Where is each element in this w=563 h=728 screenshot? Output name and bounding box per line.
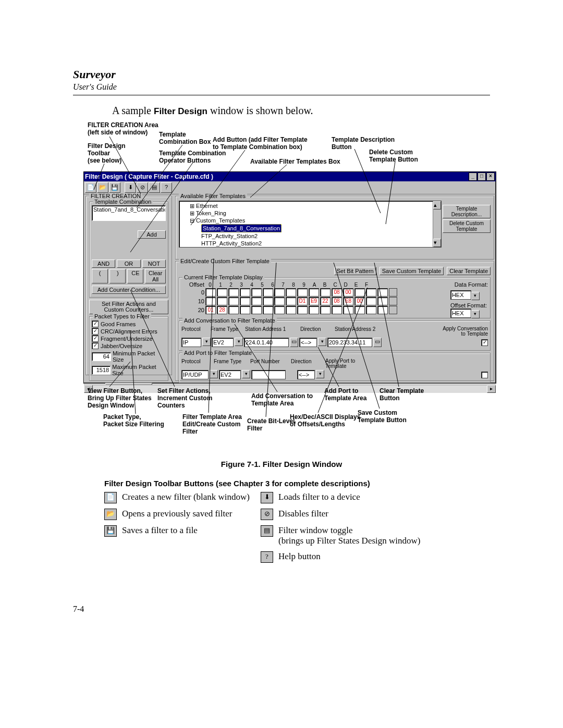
jabber-checkbox[interactable]: ✓Jabber/Oversize: [92, 342, 166, 349]
conv-direction-select[interactable]: <-->: [299, 338, 317, 347]
hex-cell[interactable]: [343, 306, 353, 314]
hex-row-scroll[interactable]: [389, 297, 397, 305]
hex-cell[interactable]: [274, 306, 285, 314]
min-packet-size-input[interactable]: 64: [92, 352, 111, 361]
hex-cell[interactable]: 08: [332, 297, 342, 305]
hex-cell[interactable]: E8: [343, 297, 353, 305]
hex-cell[interactable]: [240, 288, 250, 297]
hex-cell[interactable]: [228, 288, 239, 297]
hex-cell[interactable]: [263, 306, 273, 314]
clear-template-button[interactable]: Clear Template: [447, 267, 491, 275]
toolbar-help-icon[interactable]: ?: [161, 182, 172, 193]
toolbar-new-icon[interactable]: 📄: [85, 182, 96, 193]
or-button[interactable]: OR: [117, 260, 140, 268]
hex-cell[interactable]: [228, 306, 239, 314]
hex-cell[interactable]: 22: [320, 297, 331, 305]
hex-row-scroll[interactable]: [389, 306, 397, 314]
hex-cell[interactable]: E9: [309, 297, 319, 305]
hex-cell[interactable]: [366, 288, 376, 297]
toolbar-disable-icon[interactable]: ⊘: [137, 182, 148, 193]
template-description-button[interactable]: Template Description...: [443, 205, 491, 218]
conv-frametype-select[interactable]: EV2: [212, 338, 234, 347]
add-button[interactable]: Add: [138, 230, 166, 239]
hex-cell[interactable]: [240, 297, 250, 305]
dropdown-icon[interactable]: ▾: [316, 370, 324, 378]
hex-cell[interactable]: [354, 288, 365, 297]
hex-cell[interactable]: [354, 306, 365, 314]
toolbar-load-icon[interactable]: ⬇: [125, 182, 136, 193]
hex-cell[interactable]: [263, 288, 273, 297]
book-icon[interactable]: ▭: [290, 338, 298, 347]
hex-cell[interactable]: [297, 306, 308, 314]
and-button[interactable]: AND: [92, 260, 115, 268]
hex-cell[interactable]: [240, 306, 250, 314]
hex-cell[interactable]: [251, 288, 262, 297]
hex-cell[interactable]: [309, 306, 319, 314]
dropdown-icon[interactable]: ▾: [471, 292, 480, 300]
hex-cell[interactable]: [377, 297, 388, 305]
crc-checkbox[interactable]: ✓CRC/Alignment Errors: [92, 328, 166, 335]
port-frametype-select[interactable]: EV2: [219, 370, 241, 379]
dropdown-icon[interactable]: ▾: [318, 338, 326, 346]
port-number-input[interactable]: [251, 370, 286, 379]
lparen-button[interactable]: (: [92, 269, 108, 283]
hex-cell[interactable]: [251, 297, 262, 305]
hex-cell[interactable]: 01: [205, 306, 216, 314]
hex-cell[interactable]: [366, 297, 376, 305]
hex-cell[interactable]: D1: [297, 297, 308, 305]
save-custom-template-button[interactable]: Save Custom Template: [380, 267, 444, 275]
max-packet-size-input[interactable]: 1518: [92, 366, 111, 375]
hex-cell[interactable]: [366, 306, 376, 314]
minimize-button[interactable]: _: [469, 172, 477, 181]
dropdown-icon[interactable]: ▾: [471, 310, 480, 318]
port-direction-select[interactable]: <-->: [297, 370, 315, 379]
dropdown-icon[interactable]: ▾: [210, 370, 218, 378]
hex-cell[interactable]: [286, 297, 296, 305]
book-icon[interactable]: ▭: [373, 338, 382, 347]
hex-cell[interactable]: [205, 288, 216, 297]
maximize-button[interactable]: □: [478, 172, 486, 181]
close-button[interactable]: ×: [486, 172, 495, 181]
dropdown-icon[interactable]: ▾: [202, 338, 211, 346]
not-button[interactable]: NOT: [142, 260, 166, 268]
ce-button[interactable]: CE: [127, 269, 143, 283]
hex-cell[interactable]: [377, 288, 388, 297]
hex-cell[interactable]: [309, 288, 319, 297]
hex-cell[interactable]: [217, 297, 227, 305]
hex-cell[interactable]: [228, 297, 239, 305]
hex-cell[interactable]: [274, 297, 285, 305]
hex-cell[interactable]: [320, 306, 331, 314]
hex-cell[interactable]: [377, 306, 388, 314]
toolbar-open-icon[interactable]: 📂: [97, 182, 108, 193]
conv-protocol-select[interactable]: IP: [181, 338, 201, 347]
offset-format-select[interactable]: HEX: [450, 309, 471, 318]
hex-cell[interactable]: [320, 288, 331, 297]
conv-addr2-input[interactable]: 209.233.34.11: [327, 338, 372, 347]
toolbar-toggle-icon[interactable]: ▤: [149, 182, 160, 193]
dropdown-icon[interactable]: ▾: [242, 370, 250, 378]
apply-conv-checkbox[interactable]: ✓: [481, 338, 488, 347]
dropdown-icon[interactable]: ▾: [235, 338, 243, 346]
hex-row-scroll[interactable]: [389, 288, 397, 297]
hex-cell[interactable]: 28: [217, 306, 227, 314]
hex-cell[interactable]: 08: [332, 288, 342, 297]
hex-cell[interactable]: [332, 306, 342, 314]
hex-cell[interactable]: [205, 297, 216, 305]
set-filter-actions-button[interactable]: Set Filter Actions and Custom Counters..…: [89, 300, 168, 314]
rparen-button[interactable]: ): [109, 269, 126, 283]
good-frames-checkbox[interactable]: ✓Good Frames: [92, 320, 166, 327]
hex-cell[interactable]: [286, 306, 296, 314]
template-tree[interactable]: ⊞ Ethernet ⊞ Token_Ring ⊟ Custom_Templat…: [179, 201, 442, 248]
add-counter-button[interactable]: Add Counter Condition...: [92, 286, 166, 294]
conv-addr1-input[interactable]: 224.0.1.40: [244, 338, 289, 347]
hex-cell[interactable]: [217, 288, 227, 297]
tree-scrollbar[interactable]: ▴▾: [433, 201, 441, 247]
apply-port-checkbox[interactable]: [481, 371, 488, 379]
data-format-select[interactable]: HEX: [450, 290, 471, 300]
hex-cell[interactable]: [274, 288, 285, 297]
hex-cell[interactable]: 00: [343, 288, 353, 297]
toolbar-save-icon[interactable]: 💾: [109, 182, 120, 193]
clearall-button[interactable]: Clear All: [145, 269, 166, 283]
delete-custom-template-button[interactable]: Delete Custom Template: [443, 219, 491, 233]
fragment-checkbox[interactable]: ✓Fragment/Undersize: [92, 335, 166, 342]
